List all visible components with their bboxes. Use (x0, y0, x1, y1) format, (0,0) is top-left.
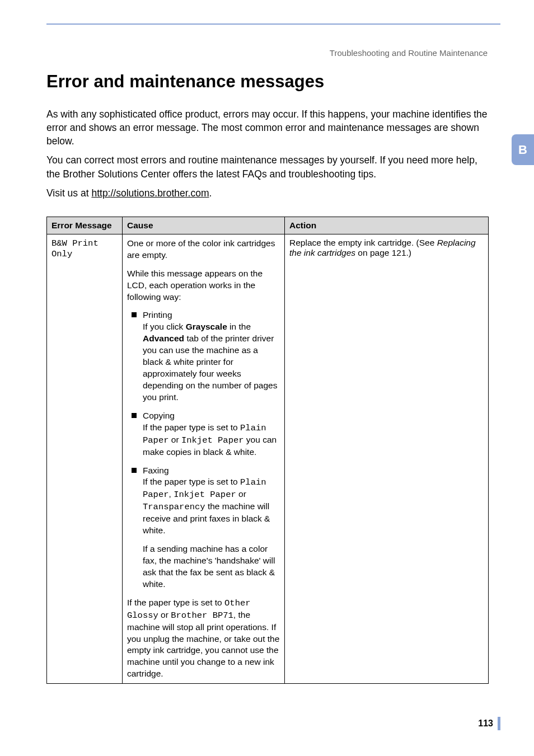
intro-p3-suffix: . (209, 187, 212, 199)
intro-p3-prefix: Visit us at (46, 187, 91, 199)
cell-cause: One or more of the color ink cartridges … (123, 234, 285, 683)
cause-p3: If a sending machine has a color fax, th… (127, 543, 280, 590)
th-cause: Cause (123, 217, 285, 234)
li-head-faxing: Faxing (143, 465, 280, 477)
page-footer: 113 (478, 717, 500, 730)
li-head-printing: Printing (143, 309, 280, 321)
cell-action: Replace the empty ink cartridge. (See Re… (285, 234, 489, 683)
intro-para-1: As with any sophisticated office product… (46, 107, 489, 148)
cell-error-message: B&W Print Only (47, 234, 123, 683)
cause-p2: While this message appears on the LCD, e… (127, 268, 280, 303)
text: Replace the empty ink cartridge. (See (289, 238, 437, 247)
error-code: B&W Print Only (51, 238, 99, 259)
section-tab: B (512, 134, 534, 165)
page-heading: Error and maintenance messages (46, 72, 489, 92)
mono-inkjet-paper: Inkjet Paper (174, 490, 236, 500)
li-head-copying: Copying (143, 410, 280, 422)
table-header-row: Error Message Cause Action (47, 217, 489, 234)
intro-text: As with any sophisticated office product… (46, 107, 489, 200)
text: , (169, 489, 174, 499)
error-table: Error Message Cause Action B&W Print Onl… (46, 217, 489, 684)
square-bullet-icon (132, 413, 137, 418)
text: tab of the printer driver you can use th… (143, 334, 277, 402)
table-row: B&W Print Only One or more of the color … (47, 234, 489, 683)
footer-bar-icon (498, 717, 500, 730)
page-number: 113 (478, 719, 493, 729)
cause-p4: If the paper type is set to Other Glossy… (127, 597, 280, 680)
th-action: Action (285, 217, 489, 234)
square-bullet-icon (132, 312, 137, 317)
bold-advanced: Advanced (143, 334, 184, 343)
cause-p1: One or more of the color ink cartridges … (127, 238, 280, 261)
page-content: Error and maintenance messages As with a… (46, 72, 489, 684)
mono-inkjet-paper: Inkjet Paper (181, 435, 244, 445)
list-item-copying: Copying If the paper type is set to Plai… (127, 410, 280, 458)
solutions-link[interactable]: http://solutions.brother.com (91, 187, 209, 199)
text: If the paper type is set to (143, 422, 240, 432)
breadcrumb: Troubleshooting and Routine Maintenance (330, 48, 488, 58)
mono-brother-bp71: Brother BP71 (171, 611, 233, 621)
text: If the paper type is set to (127, 598, 224, 607)
cause-list: Printing If you click Grayscale in the A… (127, 309, 280, 537)
square-bullet-icon (132, 468, 137, 473)
text: or (169, 435, 181, 444)
text: If you click (143, 322, 186, 331)
text: on page 121.) (355, 248, 411, 257)
list-item-faxing: Faxing If the paper type is set to Plain… (127, 465, 280, 537)
bold-grayscale: Grayscale (186, 322, 227, 331)
intro-para-3: Visit us at http://solutions.brother.com… (46, 186, 489, 200)
list-item-printing: Printing If you click Grayscale in the A… (127, 309, 280, 403)
mono-transparency: Transparency (143, 502, 205, 512)
text: If the paper type is set to (143, 477, 240, 486)
th-error-message: Error Message (47, 217, 123, 234)
top-rule (46, 24, 500, 25)
text: or (158, 610, 171, 619)
intro-para-2: You can correct most errors and routine … (46, 153, 489, 180)
text: in the (227, 322, 251, 331)
text: or (236, 489, 246, 499)
